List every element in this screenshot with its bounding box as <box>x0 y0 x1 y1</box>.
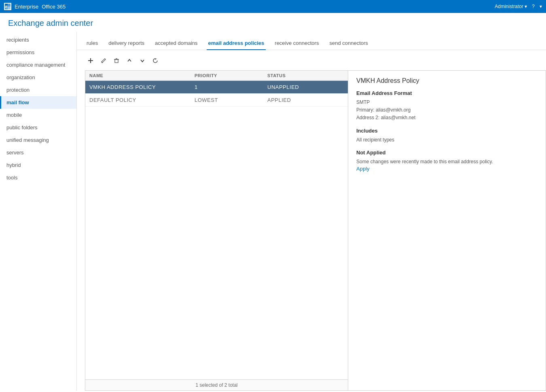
app-logo: E <box>4 3 11 10</box>
user-menu[interactable]: Administrator ▾ <box>495 4 527 9</box>
sidebar-item-recipients[interactable]: recipients <box>0 34 76 46</box>
col-header-name: NAME <box>85 73 190 78</box>
tab-delivery-reports[interactable]: delivery reports <box>107 37 146 50</box>
detail-not-applied-title: Not Applied <box>356 150 538 156</box>
row-status: Unapplied <box>263 84 348 90</box>
sidebar-item-compliance-management[interactable]: compliance management <box>0 59 76 71</box>
detail-primary-label: Primary: alias@vmkh.org <box>356 106 538 114</box>
col-header-priority: PRIORITY <box>190 73 263 78</box>
detail-includes-text: All recipient types <box>356 136 538 144</box>
page-title-bar: Exchange admin center <box>0 13 546 32</box>
app-name-office365: Office 365 <box>42 4 66 10</box>
svg-rect-1 <box>8 4 11 6</box>
main-content: rules delivery reports accepted domains … <box>77 32 546 391</box>
sidebar-item-unified-messaging[interactable]: unified messaging <box>0 134 76 146</box>
topbar-left: E Enterprise Office 365 <box>4 3 66 10</box>
col-header-status: STATUS <box>263 73 348 78</box>
add-button[interactable] <box>85 55 96 66</box>
row-status: Applied <box>263 97 348 103</box>
tab-rules[interactable]: rules <box>85 37 99 50</box>
topbar: E Enterprise Office 365 Administrator ▾ … <box>0 0 546 13</box>
detail-not-applied-text: Some changes were recently made to this … <box>356 158 538 166</box>
detail-title: VMKH Address Policy <box>356 77 538 84</box>
page-title: Exchange admin center <box>8 19 538 28</box>
sidebar-item-tools[interactable]: tools <box>0 171 76 184</box>
tab-email-address-policies[interactable]: email address policies <box>207 37 266 50</box>
detail-panel: VMKH Address Policy Email Address Format… <box>348 71 546 390</box>
apply-link[interactable]: Apply <box>356 166 370 172</box>
refresh-button[interactable] <box>150 55 161 66</box>
detail-smtp-label: SMTP <box>356 99 538 106</box>
topbar-right: Administrator ▾ ? ▾ <box>495 4 542 9</box>
row-name: VMKH Address Policy <box>85 84 190 90</box>
sidebar-item-servers[interactable]: servers <box>0 146 76 159</box>
sidebar-item-organization[interactable]: organization <box>0 71 76 84</box>
svg-rect-3 <box>8 6 11 9</box>
table-spacer <box>85 107 348 379</box>
detail-address2-label: Address 2: alias@vmkh.net <box>356 114 538 122</box>
row-priority: Lowest <box>190 97 263 103</box>
tab-bar: rules delivery reports accepted domains … <box>77 32 546 50</box>
help-button[interactable]: ? <box>532 4 535 9</box>
content-area: NAME PRIORITY STATUS VMKH Address Policy… <box>77 50 546 391</box>
svg-rect-9 <box>115 59 118 63</box>
table-detail-container: NAME PRIORITY STATUS VMKH Address Policy… <box>85 70 546 391</box>
tab-receive-connectors[interactable]: receive connectors <box>273 37 320 50</box>
sidebar-item-protection[interactable]: protection <box>0 84 76 96</box>
table-header: NAME PRIORITY STATUS <box>85 71 348 81</box>
detail-email-format-title: Email Address Format <box>356 90 538 96</box>
tab-accepted-domains[interactable]: accepted domains <box>153 37 199 50</box>
sidebar-item-mobile[interactable]: mobile <box>0 109 76 121</box>
main-layout: recipients permissions compliance manage… <box>0 32 546 391</box>
edit-button[interactable] <box>98 55 109 66</box>
table-section: NAME PRIORITY STATUS VMKH Address Policy… <box>85 71 348 390</box>
topbar-dropdown[interactable]: ▾ <box>540 4 542 9</box>
move-up-button[interactable] <box>124 55 135 66</box>
move-down-button[interactable] <box>137 55 148 66</box>
sidebar-item-mail-flow[interactable]: mail flow <box>0 96 76 109</box>
table-footer: 1 selected of 2 total <box>85 379 348 390</box>
detail-includes-title: Includes <box>356 128 538 134</box>
sidebar-item-permissions[interactable]: permissions <box>0 46 76 59</box>
delete-button[interactable] <box>111 55 122 66</box>
sidebar-item-hybrid[interactable]: hybrid <box>0 159 76 171</box>
sidebar: recipients permissions compliance manage… <box>0 32 77 391</box>
row-priority: 1 <box>190 84 263 90</box>
table-row[interactable]: VMKH Address Policy 1 Unapplied <box>85 81 348 94</box>
table-row[interactable]: Default Policy Lowest Applied <box>85 94 348 107</box>
row-name: Default Policy <box>85 97 190 103</box>
toolbar <box>85 55 546 70</box>
svg-text:E: E <box>5 5 8 9</box>
app-name-enterprise: Enterprise <box>15 4 38 10</box>
sidebar-item-public-folders[interactable]: public folders <box>0 121 76 134</box>
tab-send-connectors[interactable]: send connectors <box>328 37 369 50</box>
